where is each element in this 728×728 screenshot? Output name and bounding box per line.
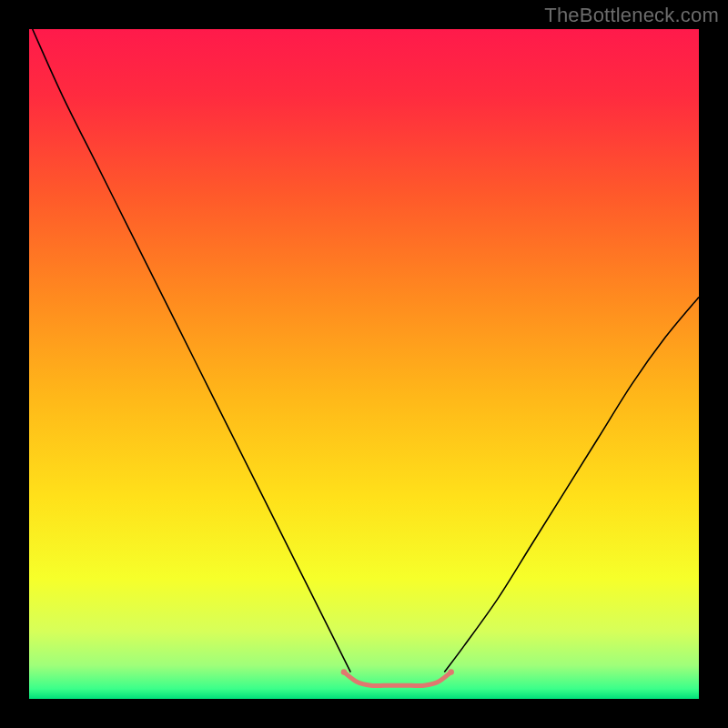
chart-gradient-background — [29, 29, 699, 699]
chart-frame: TheBottleneck.com — [0, 0, 728, 728]
marker-valley-end-left — [341, 669, 347, 674]
chart-svg — [29, 29, 699, 699]
marker-valley-end-right — [448, 669, 453, 674]
watermark-text: TheBottleneck.com — [544, 4, 719, 27]
chart-plot-area — [29, 29, 699, 699]
